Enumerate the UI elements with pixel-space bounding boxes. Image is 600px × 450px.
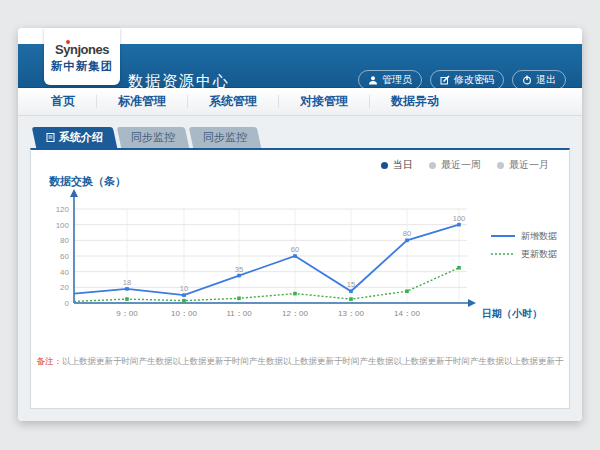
logo-subtitle: 新中新集团 [44, 59, 120, 74]
radio-dot-icon [429, 162, 436, 169]
logout-button[interactable]: 退出 [512, 70, 566, 90]
document-icon [46, 133, 55, 142]
user-bar: 管理员 修改密码 退出 [358, 70, 566, 90]
time-filter-option[interactable]: 最近一月 [497, 158, 549, 172]
tab-sync-monitor-2[interactable]: 同步监控 [189, 127, 261, 148]
time-filter-option[interactable]: 最近一周 [429, 158, 481, 172]
nav-item-home[interactable]: 首页 [30, 88, 96, 115]
svg-text:9：00: 9：00 [116, 309, 138, 318]
tab-bar: 系统介绍 同步监控 同步监控 [34, 127, 259, 148]
time-filter-option[interactable]: 当日 [381, 158, 413, 172]
logout-label: 退出 [536, 73, 556, 87]
tab-sync-monitor-1[interactable]: 同步监控 [117, 127, 189, 148]
svg-text:60: 60 [60, 252, 69, 261]
svg-text:更新数据: 更新数据 [521, 249, 557, 259]
logo-text: Synjones [55, 42, 109, 57]
svg-text:11：00: 11：00 [226, 309, 252, 318]
user-label: 管理员 [382, 73, 412, 87]
svg-text:80: 80 [60, 236, 69, 245]
main-nav: 首页 标准管理 系统管理 对接管理 数据异动 [18, 88, 582, 116]
change-password-label: 修改密码 [454, 73, 494, 87]
svg-text:10：00: 10：00 [171, 309, 197, 318]
line-chart: 0204060801001209：0010：0011：0012：0013：001… [39, 188, 559, 326]
svg-text:12：00: 12：00 [282, 309, 308, 318]
footnote: 备注：以上数据更新于时间产生数据以上数据更新于时间产生数据以上数据更新于时间产生… [31, 356, 569, 368]
svg-text:20: 20 [60, 283, 69, 292]
svg-text:40: 40 [60, 268, 69, 277]
svg-text:35: 35 [235, 265, 243, 274]
footnote-text: 以上数据更新于时间产生数据以上数据更新于时间产生数据以上数据更新于时间产生数据以… [62, 356, 564, 366]
chart-panel: 当日 最近一周 最近一月 数据交换（条） 0204060801001209：00… [30, 148, 570, 409]
radio-label: 最近一月 [509, 158, 549, 172]
svg-text:100: 100 [453, 214, 466, 223]
nav-item-system-mgmt[interactable]: 系统管理 [188, 88, 278, 115]
tab-label: 同步监控 [131, 130, 175, 145]
tab-label: 系统介绍 [59, 130, 103, 145]
nav-item-data-change[interactable]: 数据异动 [370, 88, 460, 115]
y-axis-title: 数据交换（条） [49, 174, 126, 189]
tab-label: 同步监控 [203, 130, 247, 145]
svg-text:13：00: 13：00 [338, 309, 364, 318]
svg-text:120: 120 [56, 205, 70, 214]
current-user-button[interactable]: 管理员 [358, 70, 422, 90]
svg-text:80: 80 [403, 229, 411, 238]
footnote-prefix: 备注： [37, 356, 63, 366]
radio-dot-icon [381, 162, 388, 169]
power-icon [522, 75, 532, 85]
user-icon [368, 75, 378, 85]
svg-text:15: 15 [347, 280, 355, 289]
nav-item-interface-mgmt[interactable]: 对接管理 [279, 88, 369, 115]
change-password-button[interactable]: 修改密码 [430, 70, 504, 90]
nav-item-standard-mgmt[interactable]: 标准管理 [97, 88, 187, 115]
svg-text:新增数据: 新增数据 [521, 231, 557, 241]
svg-text:日期（小时）: 日期（小时） [482, 308, 542, 319]
svg-text:0: 0 [65, 299, 70, 308]
tab-system-intro[interactable]: 系统介绍 [32, 127, 117, 148]
svg-text:10: 10 [180, 284, 188, 293]
svg-text:100: 100 [56, 221, 70, 230]
brand-logo: Synjones 新中新集团 [44, 28, 120, 85]
radio-dot-icon [497, 162, 504, 169]
edit-icon [440, 75, 450, 85]
svg-text:60: 60 [291, 245, 299, 254]
time-filter-group: 当日 最近一周 最近一月 [381, 158, 549, 172]
radio-label: 最近一周 [441, 158, 481, 172]
radio-label: 当日 [393, 158, 413, 172]
app-window: 数据资源中心 管理员 修改密码 退出 Synjones 新中新集团 首页 标准管… [18, 28, 582, 421]
svg-text:14：00: 14：00 [394, 309, 420, 318]
svg-text:18: 18 [123, 278, 131, 287]
content-area: 系统介绍 同步监控 同步监控 当日 最近一周 [18, 116, 582, 421]
